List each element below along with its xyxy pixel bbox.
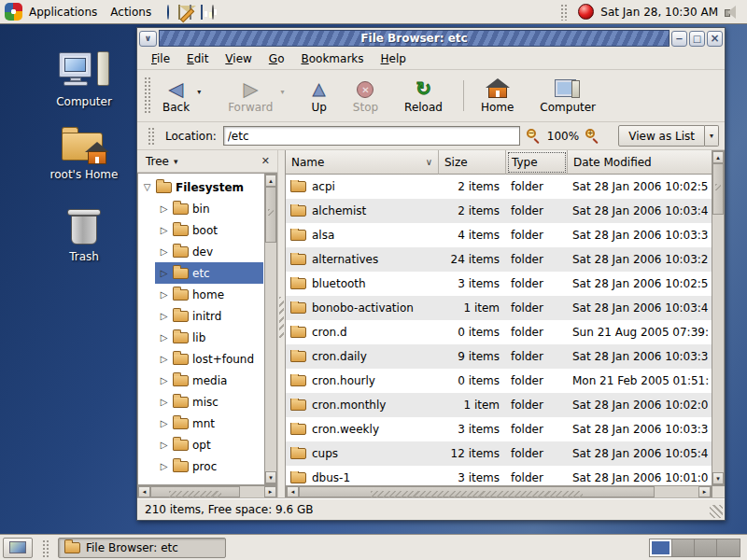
table-row[interactable]: cron.monthly1 itemfolderSat 28 Jan 2006 … — [286, 393, 712, 417]
task-button[interactable]: File Browser: etc — [58, 538, 226, 558]
toolbar-handle[interactable] — [144, 77, 150, 115]
table-row[interactable]: cron.hourly0 itemsfolderMon 21 Feb 2005 … — [286, 369, 712, 393]
back-dropdown-chevron-icon[interactable] — [197, 75, 209, 117]
tree-item-proc[interactable]: proc — [155, 455, 263, 477]
computer-button[interactable]: Computer — [532, 75, 603, 117]
view-mode-chevron-icon[interactable] — [705, 125, 719, 147]
menu-file[interactable]: File — [143, 49, 178, 68]
tree-item-lib[interactable]: lib — [155, 327, 263, 348]
home-button[interactable]: Home — [473, 75, 521, 117]
scroll-up-icon[interactable] — [712, 151, 724, 163]
show-desktop-button[interactable] — [3, 538, 33, 558]
tree-vertical-scrollbar[interactable] — [264, 174, 277, 484]
tree-item-misc[interactable]: misc — [155, 391, 263, 413]
column-header-date-modified[interactable]: Date Modified — [568, 150, 712, 175]
expander-closed-icon[interactable] — [159, 311, 169, 321]
expander-closed-icon[interactable] — [159, 289, 169, 300]
expander-closed-icon[interactable] — [159, 225, 169, 235]
table-row[interactable]: cron.daily9 itemsfolderSat 28 Jan 2006 1… — [286, 344, 712, 369]
table-row[interactable]: bonobo-activation1 itemfolderSat 28 Jan … — [286, 296, 712, 320]
email-launcher[interactable] — [178, 6, 180, 19]
list-horizontal-scrollbar[interactable] — [286, 485, 712, 498]
up-button[interactable]: Up — [303, 75, 333, 117]
tasklist-handle[interactable] — [42, 539, 49, 558]
column-header-size[interactable]: Size — [439, 150, 506, 175]
tree-item-dev[interactable]: dev — [155, 241, 263, 262]
tree-item-bin[interactable]: bin — [155, 198, 263, 219]
scroll-right-icon[interactable] — [264, 486, 276, 497]
expander-closed-icon[interactable] — [159, 354, 169, 364]
menu-view[interactable]: View — [217, 49, 260, 68]
back-button[interactable]: Back — [155, 75, 197, 117]
menu-edit[interactable]: Edit — [178, 49, 217, 68]
expander-closed-icon[interactable] — [159, 268, 169, 278]
desktop-icon-trash[interactable]: Trash — [45, 207, 123, 263]
window-menu-button[interactable] — [139, 31, 157, 47]
zoom-out-icon[interactable]: − — [527, 129, 541, 143]
location-input[interactable] — [223, 126, 520, 146]
list-hscroll-thumb[interactable] — [299, 486, 655, 497]
tree-item-opt[interactable]: opt — [155, 434, 263, 455]
minimize-button[interactable] — [671, 31, 687, 47]
scroll-up-icon[interactable] — [265, 175, 276, 187]
reload-button[interactable]: Reload — [397, 75, 450, 117]
menu-help[interactable]: Help — [373, 49, 415, 68]
distro-logo-icon[interactable] — [5, 3, 22, 21]
table-row[interactable]: alchemist2 itemsfolderSat 28 Jan 2006 10… — [286, 199, 712, 223]
table-row[interactable]: cron.weekly3 itemsfolderSat 28 Jan 2006 … — [286, 417, 712, 441]
expander-open-icon[interactable] — [142, 182, 152, 192]
table-row[interactable]: cups12 itemsfolderSat 28 Jan 2006 10:05:… — [286, 441, 712, 466]
menu-go[interactable]: Go — [261, 49, 293, 68]
scroll-left-icon[interactable] — [138, 486, 150, 497]
table-row[interactable]: alsa4 itemsfolderSat 28 Jan 2006 10:03:3 — [286, 223, 712, 247]
column-header-name[interactable]: Name — [286, 150, 439, 175]
clock[interactable]: Sat Jan 28, 10:30 AM — [600, 6, 718, 19]
volume-icon[interactable] — [725, 6, 739, 19]
sidebar-close-icon[interactable] — [259, 155, 273, 167]
applications-menu[interactable]: Applications — [22, 0, 104, 23]
actions-menu[interactable]: Actions — [104, 0, 158, 23]
titlebar[interactable]: File Browser: etc — [137, 28, 725, 49]
tree-item-boot[interactable]: boot — [155, 219, 263, 241]
menu-bookmarks[interactable]: Bookmarks — [292, 49, 372, 68]
locationbar-handle[interactable] — [148, 127, 154, 146]
pane-resize-handle[interactable] — [277, 150, 285, 498]
view-mode-combo[interactable]: View as List — [618, 125, 719, 147]
tree-item-filesystem[interactable]: Filesystem — [138, 176, 263, 198]
word-processor-launcher[interactable] — [190, 6, 191, 19]
presentation-launcher[interactable] — [201, 6, 203, 19]
tree-scroll-thumb[interactable] — [265, 187, 276, 243]
tree-item-media[interactable]: media — [155, 370, 263, 391]
sidebar-mode-combo[interactable]: Tree — [142, 153, 182, 170]
tree-item-home[interactable]: home — [155, 284, 263, 305]
list-vertical-scrollbar[interactable] — [712, 150, 725, 485]
workspace-4[interactable] — [717, 539, 740, 556]
list-scroll-thumb[interactable] — [712, 163, 724, 215]
workspace-1[interactable] — [650, 539, 672, 556]
table-row[interactable]: bluetooth3 itemsfolderSat 28 Jan 2006 10… — [286, 272, 712, 296]
expander-closed-icon[interactable] — [159, 375, 169, 385]
table-row[interactable]: acpi2 itemsfolderSat 28 Jan 2006 10:02:5 — [286, 175, 712, 199]
column-header-type[interactable]: Type — [506, 150, 568, 175]
scroll-right-icon[interactable] — [698, 486, 711, 497]
maximize-button[interactable] — [689, 31, 705, 47]
table-row[interactable]: dbus-13 itemsfolderSat 28 Jan 2006 10:01… — [286, 466, 712, 485]
desktop-icon-root-s-home[interactable]: root's Home — [45, 125, 123, 181]
tree-item-etc[interactable]: etc — [155, 262, 263, 284]
spreadsheet-launcher[interactable] — [212, 6, 214, 19]
expander-closed-icon[interactable] — [159, 461, 169, 471]
tree-item-lost-found[interactable]: lost+found — [155, 348, 263, 370]
expander-closed-icon[interactable] — [159, 440, 169, 450]
expander-closed-icon[interactable] — [159, 203, 169, 214]
table-row[interactable]: alternatives24 itemsfolderSat 28 Jan 200… — [286, 247, 712, 272]
expander-closed-icon[interactable] — [159, 246, 169, 257]
close-button[interactable] — [707, 31, 723, 47]
expander-closed-icon[interactable] — [159, 332, 169, 343]
table-row[interactable]: cron.d0 itemsfolderSun 21 Aug 2005 07:39… — [286, 320, 712, 344]
expander-closed-icon[interactable] — [159, 418, 169, 428]
view-mode-label[interactable]: View as List — [618, 125, 705, 147]
web-browser-launcher[interactable] — [167, 6, 169, 19]
scroll-left-icon[interactable] — [287, 486, 299, 497]
scroll-down-icon[interactable] — [712, 472, 724, 484]
desktop-icon-computer[interactable]: Computer — [45, 50, 123, 108]
